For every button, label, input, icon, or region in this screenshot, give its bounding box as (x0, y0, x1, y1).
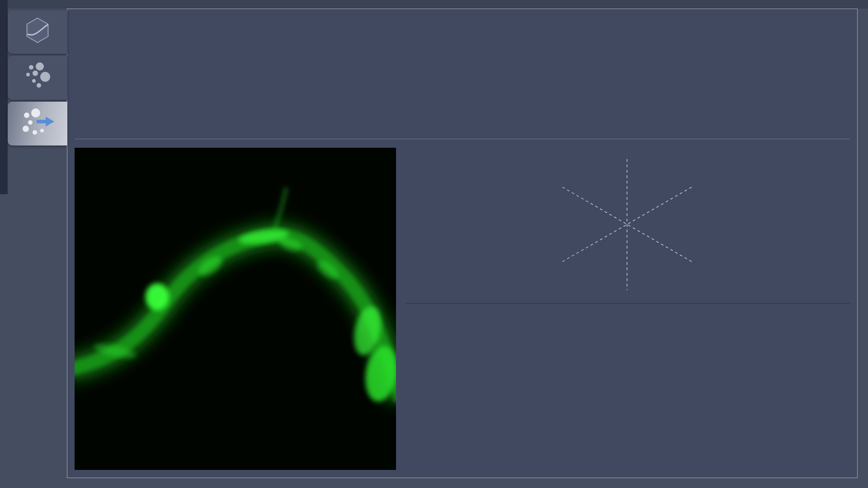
direction-axes (562, 159, 692, 290)
correlation-hexagon-icon (8, 10, 67, 50)
correlation-chart (406, 307, 860, 479)
tab-flow[interactable] (8, 102, 67, 145)
tab-correlation[interactable] (8, 10, 67, 54)
flow-arrow-icon (8, 102, 67, 141)
section-divider (75, 139, 850, 139)
microscopy-image (75, 148, 396, 470)
window-top-strip (0, 0, 868, 9)
chart-divider (406, 303, 850, 304)
sidebar-rail (0, 0, 8, 194)
direction-hex-indicator (533, 138, 723, 307)
application-window: { "sidebar": { "tabs": [ {"label": "Corr… (0, 0, 868, 488)
diffusion-dots-icon (8, 56, 67, 96)
tab-diffusion[interactable] (8, 56, 67, 100)
